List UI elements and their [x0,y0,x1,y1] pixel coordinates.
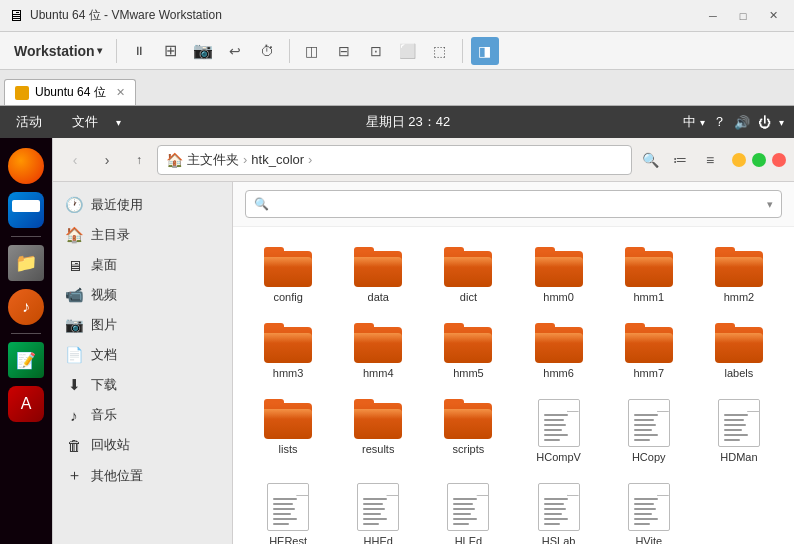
close-button[interactable]: ✕ [760,7,786,25]
file-item-hmm6[interactable]: hmm6 [515,315,601,387]
file-item-lists[interactable]: lists [245,391,331,471]
sidebar-icon-trash: 🗑 [65,437,83,454]
file-label-dict: dict [460,291,477,303]
file-item-hmm5[interactable]: hmm5 [425,315,511,387]
file-doc-icon-HLEd [447,483,489,531]
location-bar: 🏠 主文件夹 › htk_color › [157,145,632,175]
revert-icon: ↩ [229,43,241,59]
dock-files[interactable]: 📁 [6,243,46,283]
nautilus-close-button[interactable] [772,153,786,167]
file-item-HHEd[interactable]: HHEd [335,475,421,544]
dock-libreoffice[interactable]: 📝 [6,340,46,380]
file-item-hmm0[interactable]: hmm0 [515,239,601,311]
language-indicator[interactable]: 中 ▾ [683,113,705,131]
sidebar-label-trash: 回收站 [91,436,130,454]
file-item-HERest[interactable]: HERest [245,475,331,544]
sidebar-item-documents[interactable]: 📄文档 [53,340,232,370]
file-item-hmm4[interactable]: hmm4 [335,315,421,387]
view-icon-2: ⊟ [338,43,350,59]
dock-rhythmbox[interactable]: ♪ [6,287,46,327]
file-item-labels[interactable]: labels [696,315,782,387]
file-item-HSLab[interactable]: HSLab [515,475,601,544]
file-item-hmm3[interactable]: hmm3 [245,315,331,387]
sidebar-label-desktop: 桌面 [91,256,117,274]
tab-close-button[interactable]: ✕ [116,86,125,99]
minimize-button[interactable]: ─ [700,7,726,25]
maximize-button[interactable]: □ [730,7,756,25]
power-button[interactable]: ⏻ [758,115,771,130]
file-item-hmm7[interactable]: hmm7 [606,315,692,387]
sidebar-item-music[interactable]: ♪音乐 [53,400,232,430]
fullscreen-icon: ◨ [478,43,491,59]
toolbar-icon-5[interactable]: ⏱ [253,37,281,65]
toolbar-icon-3[interactable]: 📷 [189,37,217,65]
title-bar: 🖥 Ubuntu 64 位 - VMware Workstation ─ □ ✕ [0,0,794,32]
dock-thunderbird[interactable] [6,190,46,230]
ubuntu-top-left: 活动 文件 ▾ [10,111,133,133]
file-label-HCompV: HCompV [536,451,581,463]
system-menu-arrow[interactable]: ▾ [779,117,784,128]
dock-appstore[interactable]: A [6,384,46,424]
file-item-HLEd[interactable]: HLEd [425,475,511,544]
ubuntu-top-right: 中 ▾ ？ 🔊 ⏻ ▾ [683,113,784,131]
ubuntu-tab[interactable]: Ubuntu 64 位 ✕ [4,79,136,105]
toolbar-view-1[interactable]: ◫ [298,37,326,65]
nautilus-minimize-button[interactable] [732,153,746,167]
search-button[interactable]: 🔍 [636,146,664,174]
folder-icon-hmm7 [625,323,673,363]
files-menu-button[interactable]: 文件 ▾ [60,111,133,133]
sidebar-item-downloads[interactable]: ⬇下载 [53,370,232,400]
sidebar-item-desktop[interactable]: 🖥桌面 [53,250,232,280]
back-button[interactable]: ‹ [61,146,89,174]
dock-firefox[interactable] [6,146,46,186]
folder-icon-labels [715,323,763,363]
workstation-label: Workstation [14,43,95,59]
toolbar-view-5[interactable]: ⬚ [426,37,454,65]
breadcrumb-current[interactable]: htk_color [251,152,304,167]
help-button[interactable]: ？ [713,113,726,131]
ubuntu-tab-icon [15,86,29,100]
nautilus-body: 🕐最近使用🏠主目录🖥桌面📹视频📷图片📄文档⬇下载♪音乐🗑回收站＋其他位置 🔍 ▾ [53,182,794,544]
file-item-results[interactable]: results [335,391,421,471]
sidebar-item-other[interactable]: ＋其他位置 [53,460,232,491]
file-item-scripts[interactable]: scripts [425,391,511,471]
forward-button[interactable]: › [93,146,121,174]
toolbar-view-2[interactable]: ⊟ [330,37,358,65]
file-item-hmm2[interactable]: hmm2 [696,239,782,311]
file-item-dict[interactable]: dict [425,239,511,311]
sound-button[interactable]: 🔊 [734,115,750,130]
file-item-config[interactable]: config [245,239,331,311]
sidebar-item-home[interactable]: 🏠主目录 [53,220,232,250]
nautilus-maximize-button[interactable] [752,153,766,167]
breadcrumb-home[interactable]: 主文件夹 [187,151,239,169]
sidebar-item-videos[interactable]: 📹视频 [53,280,232,310]
nautilus-window: ‹ › ↑ 🏠 主文件夹 › htk_color › 🔍 [52,138,794,544]
up-button[interactable]: ↑ [125,146,153,174]
workstation-menu-button[interactable]: Workstation ▾ [8,37,108,65]
view-list-icon: ≔ [673,152,687,168]
file-label-HCopy: HCopy [632,451,666,463]
search-input-container: 🔍 ▾ [245,190,782,218]
sidebar-item-recent[interactable]: 🕐最近使用 [53,190,232,220]
back-icon: ‹ [73,152,78,168]
file-item-HCopy[interactable]: HCopy [606,391,692,471]
file-item-hmm1[interactable]: hmm1 [606,239,692,311]
file-item-HDMan[interactable]: HDMan [696,391,782,471]
fullscreen-button[interactable]: ◨ [471,37,499,65]
pause-resume-button[interactable]: ⏸ [125,37,153,65]
sidebar-item-pictures[interactable]: 📷图片 [53,310,232,340]
search-input[interactable] [273,197,767,212]
send-ctrlaltdel-icon: ⊞ [164,41,177,60]
toolbar-view-3[interactable]: ⊡ [362,37,390,65]
file-item-data[interactable]: data [335,239,421,311]
search-dropdown-button[interactable]: ▾ [767,198,773,211]
file-item-HVite[interactable]: HVite [606,475,692,544]
file-item-HCompV[interactable]: HCompV [515,391,601,471]
toolbar-icon-2[interactable]: ⊞ [157,37,185,65]
sidebar-item-trash[interactable]: 🗑回收站 [53,430,232,460]
view-toggle-button[interactable]: ≔ [666,146,694,174]
toolbar-icon-4[interactable]: ↩ [221,37,249,65]
activities-button[interactable]: 活动 [10,111,48,133]
toolbar-view-4[interactable]: ⬜ [394,37,422,65]
menu-button[interactable]: ≡ [696,146,724,174]
